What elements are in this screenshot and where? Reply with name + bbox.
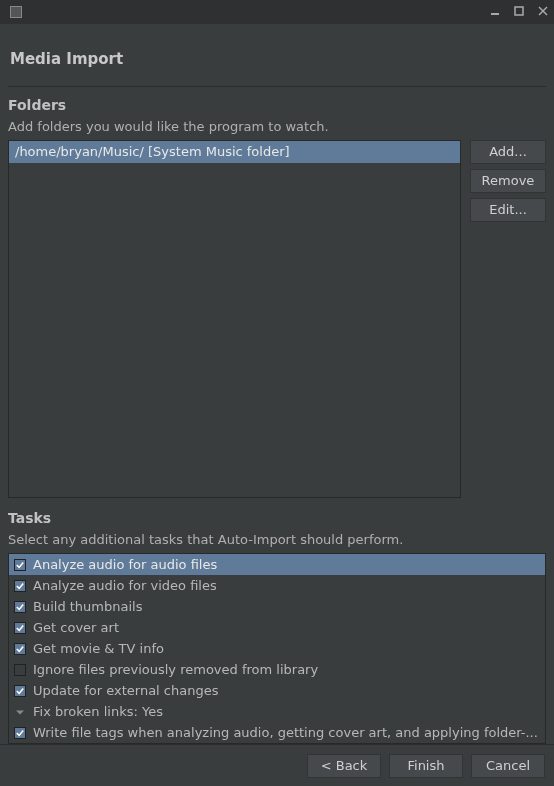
remove-folder-button[interactable]: Remove	[470, 169, 546, 193]
cancel-button[interactable]: Cancel	[471, 754, 545, 778]
task-checkbox[interactable]	[14, 601, 26, 613]
task-row[interactable]: Fix broken links: Yes	[9, 701, 545, 722]
task-row[interactable]: Update for external changes	[9, 680, 545, 701]
back-button[interactable]: < Back	[307, 754, 381, 778]
folders-heading: Folders	[8, 97, 546, 113]
task-label: Get cover art	[33, 620, 540, 635]
app-icon	[10, 6, 22, 18]
task-row[interactable]: Ignore files previously removed from lib…	[9, 659, 545, 680]
folder-list[interactable]: /home/bryan/Music/ [System Music folder]	[8, 140, 461, 498]
footer: < Back Finish Cancel	[0, 744, 554, 786]
task-row[interactable]: Build thumbnails	[9, 596, 545, 617]
task-label: Ignore files previously removed from lib…	[33, 662, 540, 677]
task-checkbox[interactable]	[14, 559, 26, 571]
task-label: Analyze audio for audio files	[33, 557, 540, 572]
page-title: Media Import	[8, 32, 546, 86]
svg-rect-1	[515, 7, 523, 15]
dropdown-arrow-icon[interactable]	[14, 706, 26, 718]
task-label: Update for external changes	[33, 683, 540, 698]
task-row[interactable]: Analyze audio for audio files	[9, 554, 545, 575]
close-button[interactable]	[536, 4, 550, 18]
task-checkbox[interactable]	[14, 664, 26, 676]
titlebar	[0, 0, 554, 24]
task-row[interactable]: Write file tags when analyzing audio, ge…	[9, 722, 545, 743]
maximize-button[interactable]	[512, 4, 526, 18]
task-checkbox[interactable]	[14, 685, 26, 697]
folders-desc: Add folders you would like the program t…	[8, 119, 546, 134]
edit-folder-button[interactable]: Edit...	[470, 198, 546, 222]
task-list: Analyze audio for audio filesAnalyze aud…	[8, 553, 546, 744]
finish-button[interactable]: Finish	[389, 754, 463, 778]
task-label: Build thumbnails	[33, 599, 540, 614]
tasks-desc: Select any additional tasks that Auto-Im…	[8, 532, 546, 547]
task-checkbox[interactable]	[14, 727, 26, 739]
task-checkbox[interactable]	[14, 580, 26, 592]
minimize-button[interactable]	[488, 4, 502, 18]
tasks-heading: Tasks	[8, 510, 546, 526]
task-label: Fix broken links: Yes	[33, 704, 540, 719]
task-checkbox[interactable]	[14, 622, 26, 634]
task-row[interactable]: Get cover art	[9, 617, 545, 638]
folder-item[interactable]: /home/bryan/Music/ [System Music folder]	[9, 141, 460, 163]
task-row[interactable]: Analyze audio for video files	[9, 575, 545, 596]
task-row[interactable]: Get movie & TV info	[9, 638, 545, 659]
svg-marker-4	[16, 710, 24, 714]
task-label: Get movie & TV info	[33, 641, 540, 656]
add-folder-button[interactable]: Add...	[470, 140, 546, 164]
task-label: Write file tags when analyzing audio, ge…	[33, 725, 540, 740]
task-checkbox[interactable]	[14, 643, 26, 655]
task-label: Analyze audio for video files	[33, 578, 540, 593]
